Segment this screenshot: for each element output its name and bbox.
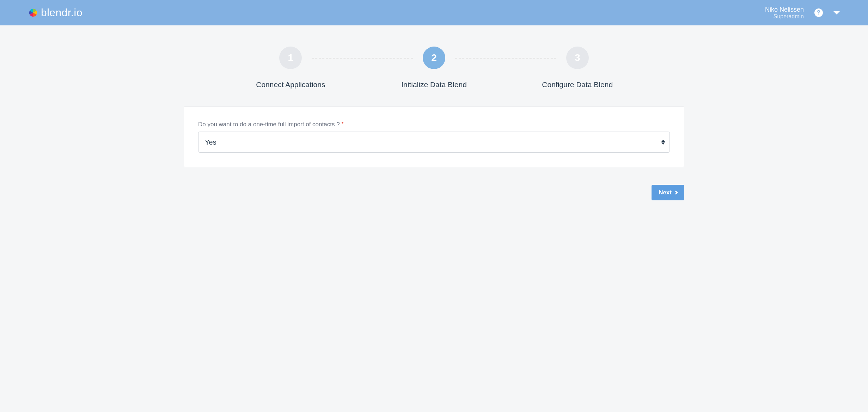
header: blendr.io Niko Nelissen Superadmin ? xyxy=(0,0,868,25)
step-label-3: Configure Data Blend xyxy=(542,80,613,89)
step-label-1: Connect Applications xyxy=(256,80,325,89)
step-circle-2[interactable]: 2 xyxy=(423,47,445,69)
step-circle-1[interactable]: 1 xyxy=(279,47,302,69)
chevron-right-icon xyxy=(674,190,678,194)
user-role: Superadmin xyxy=(774,13,804,20)
form-card: Do you want to do a one-time full import… xyxy=(184,107,684,167)
required-asterisk: * xyxy=(341,121,344,128)
main: 1 Connect Applications 2 Initialize Data… xyxy=(177,25,691,214)
logo-text: blendr.io xyxy=(41,7,82,19)
caret-down-icon[interactable] xyxy=(833,11,840,14)
next-button[interactable]: Next xyxy=(652,185,684,200)
user-info[interactable]: Niko Nelissen Superadmin xyxy=(765,6,804,20)
step-connector xyxy=(312,58,413,59)
step-connector xyxy=(455,58,556,59)
form-question-text: Do you want to do a one-time full import… xyxy=(198,121,340,128)
actions: Next xyxy=(184,185,684,200)
next-button-label: Next xyxy=(659,189,672,196)
step-3: 3 Configure Data Blend xyxy=(506,47,649,89)
step-label-2: Initialize Data Blend xyxy=(401,80,467,89)
import-select[interactable]: Yes xyxy=(198,132,670,153)
help-icon[interactable]: ? xyxy=(814,8,823,17)
user-name: Niko Nelissen xyxy=(765,6,804,13)
step-2: 2 Initialize Data Blend xyxy=(362,47,506,89)
form-label: Do you want to do a one-time full import… xyxy=(198,121,670,128)
logo-icon xyxy=(28,8,38,18)
step-1: 1 Connect Applications xyxy=(219,47,362,89)
logo[interactable]: blendr.io xyxy=(28,7,82,19)
select-wrapper: Yes xyxy=(198,132,670,153)
header-right: Niko Nelissen Superadmin ? xyxy=(765,6,840,20)
step-circle-3[interactable]: 3 xyxy=(566,47,589,69)
stepper: 1 Connect Applications 2 Initialize Data… xyxy=(219,47,649,89)
